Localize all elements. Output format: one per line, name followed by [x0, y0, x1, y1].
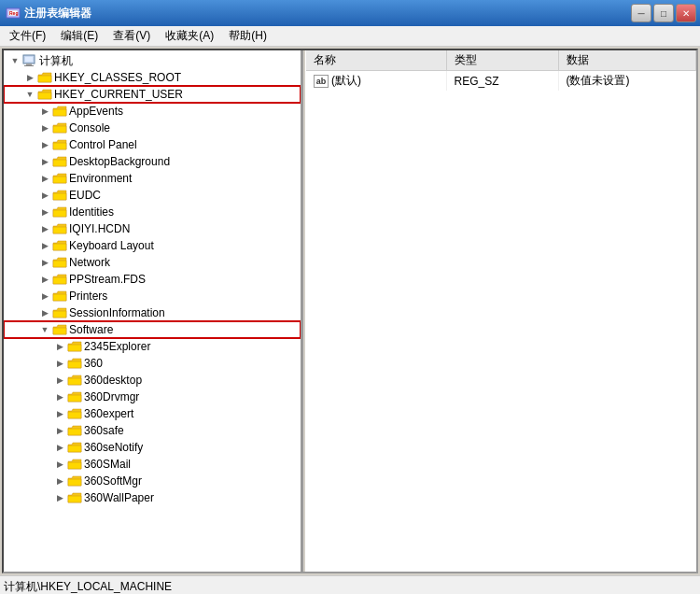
menu-help[interactable]: 帮助(H) [221, 26, 274, 46]
tree-item-desktopbg[interactable]: ▶ DesktopBackground [4, 153, 301, 170]
tree-item-identities[interactable]: ▶ Identities [4, 204, 301, 220]
close-button[interactable]: ✕ [676, 4, 696, 22]
tree-item-appevents[interactable]: ▶ AppEvents [4, 103, 301, 120]
folder-icon-360senotify [67, 440, 82, 455]
expand-360safe[interactable]: ▶ [52, 423, 67, 438]
expand-360softmgr[interactable]: ▶ [52, 474, 67, 488]
folder-icon-identities [52, 205, 67, 219]
menu-view[interactable]: 查看(V) [105, 26, 158, 46]
folder-icon-360softmgr [67, 474, 82, 488]
hkcr-label: HKEY_CLASSES_ROOT [54, 71, 181, 84]
tree-item-360expert[interactable]: ▶ 360expert [4, 405, 301, 422]
menu-favorites[interactable]: 收藏夹(A) [158, 26, 221, 46]
environment-label: Environment [69, 172, 132, 185]
tree-item-360desktop[interactable]: ▶ 360desktop [4, 372, 301, 389]
expand-360expert[interactable]: ▶ [52, 406, 67, 421]
computer-icon [22, 53, 37, 68]
tree-item-360smail[interactable]: ▶ 360SMail [4, 456, 301, 473]
tree-item-environment[interactable]: ▶ Environment [4, 170, 301, 187]
folder-icon-2345explorer [67, 339, 82, 354]
folder-icon-desktopbg [52, 154, 67, 169]
tree-root[interactable]: ▼ 计算机 [4, 52, 301, 69]
expand-360[interactable]: ▶ [52, 356, 67, 371]
maximize-button[interactable]: □ [653, 4, 674, 22]
expand-software[interactable]: ▼ [37, 322, 52, 337]
folder-icon-hkcr [37, 70, 52, 85]
menu-file[interactable]: 文件(F) [2, 26, 53, 46]
col-name[interactable]: 名称 [306, 50, 446, 71]
expand-console[interactable]: ▶ [37, 120, 52, 135]
expand-hkcr[interactable]: ▶ [22, 70, 37, 85]
eudc-label: EUDC [69, 189, 101, 202]
tree-pane[interactable]: ▼ 计算机 ▶ HKEY_CLASSES_ROOT ▼ [4, 50, 302, 572]
registry-values-pane[interactable]: 名称 类型 数据 ab (默认) REG_SZ [306, 50, 696, 572]
folder-icon-360desktop [67, 373, 82, 388]
row-type-value: REG_SZ [455, 75, 499, 88]
tree-item-360softmgr[interactable]: ▶ 360SoftMgr [4, 473, 301, 489]
folder-icon-controlpanel [52, 137, 67, 152]
expand-2345explorer[interactable]: ▶ [52, 339, 67, 354]
cell-data: (数值未设置) [558, 71, 696, 92]
tree-item-hkcu[interactable]: ▼ HKEY_CURRENT_USER [4, 86, 301, 103]
tree-item-iqiyi[interactable]: ▶ IQIYI.HCDN [4, 220, 301, 237]
folder-icon-360drvmgr [67, 389, 82, 404]
tree-item-360senotify[interactable]: ▶ 360seNotify [4, 439, 301, 456]
expand-360desktop[interactable]: ▶ [52, 373, 67, 388]
col-data[interactable]: 数据 [558, 50, 696, 71]
tree-item-sessioninfo[interactable]: ▶ SessionInformation [4, 304, 301, 321]
tree-item-360safe[interactable]: ▶ 360safe [4, 422, 301, 439]
expand-environment[interactable]: ▶ [37, 171, 52, 186]
tree-item-360[interactable]: ▶ 360 [4, 355, 301, 372]
expand-hkcu[interactable]: ▼ [22, 87, 37, 102]
expand-eudc[interactable]: ▶ [37, 188, 52, 203]
tree-item-printers[interactable]: ▶ Printers [4, 288, 301, 304]
title-bar: Reg 注册表编辑器 ─ □ ✕ [0, 0, 700, 26]
folder-icon-network [52, 255, 67, 270]
expand-360wallpaper[interactable]: ▶ [52, 490, 67, 505]
hkcu-label: HKEY_CURRENT_USER [54, 88, 183, 101]
expand-icon[interactable]: ▼ [7, 53, 22, 68]
tree-item-ppstream[interactable]: ▶ PPStream.FDS [4, 271, 301, 288]
expand-iqiyi[interactable]: ▶ [37, 221, 52, 236]
expand-360drvmgr[interactable]: ▶ [52, 389, 67, 404]
expand-sessioninfo[interactable]: ▶ [37, 305, 52, 320]
tree-item-2345explorer[interactable]: ▶ 2345Explorer [4, 338, 301, 355]
expand-keyboard[interactable]: ▶ [37, 238, 52, 253]
folder-icon-ppstream [52, 272, 67, 287]
minimize-button[interactable]: ─ [631, 4, 651, 22]
tree-item-360wallpaper[interactable]: ▶ 360WallPaper [4, 489, 301, 506]
tree-item-eudc[interactable]: ▶ EUDC [4, 187, 301, 204]
expand-identities[interactable]: ▶ [37, 205, 52, 219]
tree-item-hkcr[interactable]: ▶ HKEY_CLASSES_ROOT [4, 69, 301, 86]
sessioninfo-label: SessionInformation [69, 306, 165, 319]
tree-item-360drvmgr[interactable]: ▶ 360Drvmgr [4, 389, 301, 405]
expand-desktopbg[interactable]: ▶ [37, 154, 52, 169]
tree-item-software[interactable]: ▼ Software [4, 321, 301, 338]
expand-network[interactable]: ▶ [37, 255, 52, 270]
col-type[interactable]: 类型 [446, 50, 558, 71]
expand-360senotify[interactable]: ▶ [52, 440, 67, 455]
tree-item-network[interactable]: ▶ Network [4, 254, 301, 271]
360senotify-label: 360seNotify [84, 441, 143, 454]
tree-item-controlpanel[interactable]: ▶ Control Panel [4, 136, 301, 153]
expand-controlpanel[interactable]: ▶ [37, 137, 52, 152]
tree-item-console[interactable]: ▶ Console [4, 120, 301, 136]
menu-bar: 文件(F) 编辑(E) 查看(V) 收藏夹(A) 帮助(H) [0, 26, 700, 47]
iqiyi-label: IQIYI.HCDN [69, 222, 130, 235]
status-bar: 计算机\HKEY_LOCAL_MACHINE [0, 575, 700, 594]
menu-edit[interactable]: 编辑(E) [53, 26, 105, 46]
svg-rect-6 [24, 65, 34, 66]
appevents-label: AppEvents [69, 105, 123, 118]
table-row[interactable]: ab (默认) REG_SZ (数值未设置) [306, 71, 696, 92]
360-label: 360 [84, 357, 103, 370]
360expert-label: 360expert [84, 407, 133, 420]
ab-icon: ab [314, 75, 329, 88]
network-label: Network [69, 256, 110, 269]
expand-360smail[interactable]: ▶ [52, 457, 67, 472]
svg-rect-4 [25, 57, 33, 62]
root-label: 计算机 [39, 53, 73, 69]
expand-appevents[interactable]: ▶ [37, 104, 52, 119]
expand-ppstream[interactable]: ▶ [37, 272, 52, 287]
expand-printers[interactable]: ▶ [37, 289, 52, 304]
tree-item-keyboard[interactable]: ▶ Keyboard Layout [4, 237, 301, 254]
